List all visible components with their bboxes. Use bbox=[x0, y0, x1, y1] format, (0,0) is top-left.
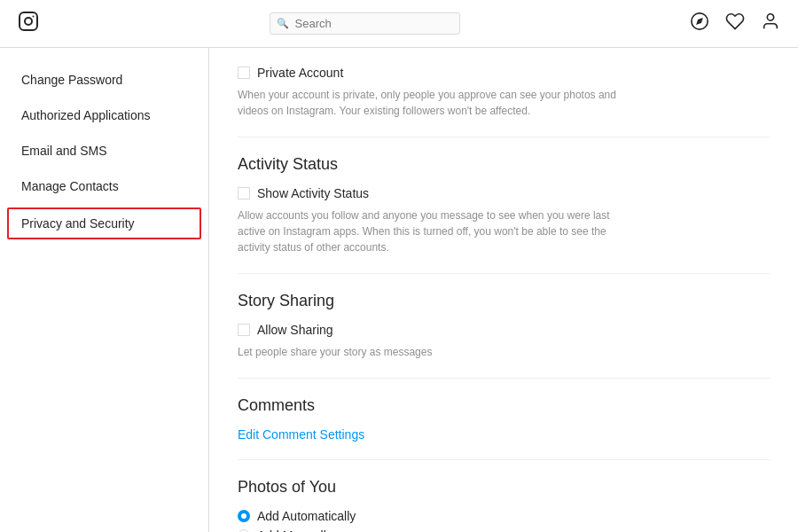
private-account-desc: When your account is private, only peopl… bbox=[238, 87, 619, 119]
svg-point-1 bbox=[25, 18, 32, 25]
add-automatically-radio[interactable] bbox=[238, 510, 250, 522]
private-account-section: Private Account When your account is pri… bbox=[238, 66, 770, 137]
allow-sharing-row: Allow Sharing bbox=[238, 323, 770, 337]
svg-point-5 bbox=[767, 14, 773, 20]
add-manually-row: Add Manually bbox=[238, 528, 770, 532]
search-bar: 🔍 bbox=[270, 12, 460, 35]
svg-point-2 bbox=[33, 16, 35, 18]
profile-icon[interactable] bbox=[761, 12, 780, 35]
search-input[interactable] bbox=[270, 12, 460, 35]
private-account-row: Private Account bbox=[238, 66, 770, 80]
header: 🔍 bbox=[0, 0, 798, 48]
private-account-checkbox[interactable] bbox=[238, 66, 250, 79]
activity-status-row: Show Activity Status bbox=[238, 186, 770, 200]
layout: Change Password Authorized Applications … bbox=[0, 48, 798, 532]
story-sharing-desc: Let people share your story as messages bbox=[238, 344, 619, 360]
heart-icon[interactable] bbox=[725, 12, 745, 35]
comments-section: Comments Edit Comment Settings bbox=[238, 396, 770, 460]
main-content: Private Account When your account is pri… bbox=[209, 48, 798, 532]
svg-rect-0 bbox=[20, 12, 37, 30]
photos-of-you-title: Photos of You bbox=[238, 478, 770, 497]
sidebar-item-manage-contacts[interactable]: Manage Contacts bbox=[0, 168, 208, 204]
sidebar-item-authorized-applications[interactable]: Authorized Applications bbox=[0, 98, 208, 133]
sidebar-item-change-password[interactable]: Change Password bbox=[0, 62, 208, 98]
show-activity-status-checkbox[interactable] bbox=[238, 187, 250, 200]
story-sharing-title: Story Sharing bbox=[238, 292, 770, 310]
add-manually-label: Add Manually bbox=[257, 528, 332, 532]
add-automatically-label: Add Automatically bbox=[257, 509, 356, 523]
logo bbox=[18, 11, 39, 36]
allow-sharing-checkbox[interactable] bbox=[238, 324, 250, 336]
allow-sharing-label: Allow Sharing bbox=[257, 323, 333, 337]
sidebar-item-email-sms[interactable]: Email and SMS bbox=[0, 133, 208, 168]
edit-comment-settings-link[interactable]: Edit Comment Settings bbox=[238, 427, 364, 442]
header-icons bbox=[690, 12, 780, 35]
compass-icon[interactable] bbox=[690, 12, 709, 35]
photos-of-you-section: Photos of You Add Automatically Add Manu… bbox=[238, 478, 770, 532]
comments-title: Comments bbox=[238, 396, 770, 415]
activity-status-desc: Allow accounts you follow and anyone you… bbox=[238, 207, 619, 255]
search-icon: 🔍 bbox=[277, 18, 289, 29]
sidebar: Change Password Authorized Applications … bbox=[0, 48, 209, 532]
add-automatically-row: Add Automatically bbox=[238, 509, 770, 523]
sidebar-item-privacy-security[interactable]: Privacy and Security bbox=[7, 207, 201, 239]
story-sharing-section: Story Sharing Allow Sharing Let people s… bbox=[238, 292, 770, 379]
svg-marker-4 bbox=[696, 18, 703, 25]
private-account-label: Private Account bbox=[257, 66, 343, 80]
activity-status-section: Activity Status Show Activity Status All… bbox=[238, 155, 770, 274]
show-activity-status-label: Show Activity Status bbox=[257, 186, 369, 200]
activity-status-title: Activity Status bbox=[238, 155, 770, 174]
